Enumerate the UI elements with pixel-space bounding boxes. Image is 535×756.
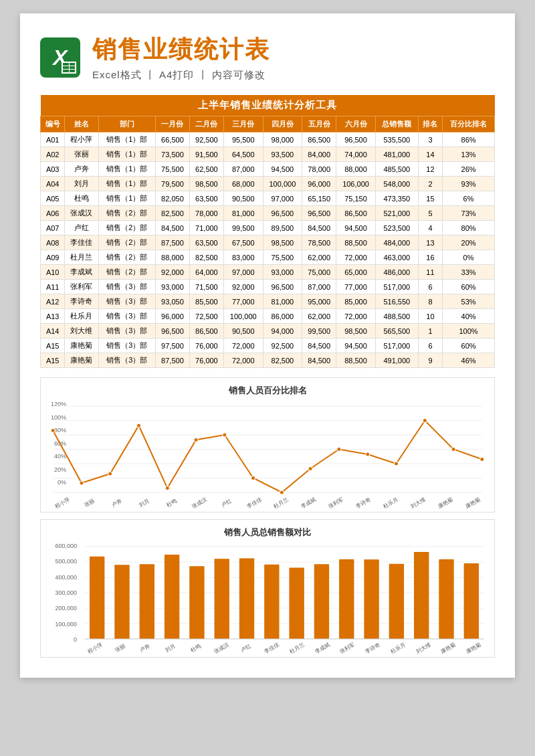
table-cell: 100,000: [223, 309, 263, 324]
table-cell: 87,500: [155, 353, 189, 368]
table-cell: 73,500: [155, 147, 189, 162]
svg-point-15: [280, 490, 284, 494]
column-header: 编号: [41, 116, 65, 132]
table-cell: 565,500: [375, 324, 418, 339]
table-cell: 4: [418, 221, 442, 235]
table-cell: 463,000: [375, 250, 418, 265]
table-cell: 473,350: [375, 191, 418, 206]
table-cell: 94,500: [336, 339, 376, 353]
sales-table: 上半年销售业绩统计分析工具 编号姓名部门一月份二月份三月份四月份五月份六月份总销…: [40, 95, 495, 368]
table-cell: A15: [41, 339, 65, 353]
table-cell: 87,000: [223, 162, 263, 177]
line-chart-title: 销售人员百分比排名: [46, 385, 489, 397]
table-cell: 李诗奇: [65, 294, 98, 309]
table-cell: 76,000: [189, 353, 223, 368]
table-cell: 66,500: [155, 132, 189, 147]
svg-point-10: [136, 423, 140, 428]
table-cell: 77,000: [336, 280, 376, 294]
header-section: 销售业绩统计表 Excel格式 丨 A4打印 丨 内容可修改: [40, 27, 495, 88]
table-row: A02张丽销售（1）部73,50091,50064,50093,50084,00…: [41, 147, 495, 162]
table-cell: 85,500: [189, 294, 223, 309]
svg-rect-41: [364, 559, 379, 639]
table-cell: A15: [41, 353, 65, 368]
main-page: 销售业绩统计表 Excel格式 丨 A4打印 丨 内容可修改 上半年销售业绩统计…: [20, 13, 515, 678]
table-cell: 488,500: [375, 309, 418, 324]
table-cell: 90,500: [223, 324, 263, 339]
table-cell: 72,000: [336, 250, 376, 265]
table-cell: A11: [41, 280, 65, 294]
table-cell: 84,000: [302, 147, 336, 162]
subtitle: Excel格式 丨 A4打印 丨 内容可修改: [92, 69, 270, 82]
table-row: A04刘月销售（1）部79,50098,50068,000100,00096,0…: [41, 177, 495, 191]
table-cell: 95,500: [223, 132, 263, 147]
table-cell: 53%: [443, 294, 495, 309]
column-header: 部门: [98, 116, 155, 132]
bar-chart-section: 销售人员总销售额对比 600,000 500,000 400,000 300,0…: [40, 519, 495, 658]
table-cell: 销售（2）部: [98, 221, 155, 235]
table-cell: 14: [418, 147, 442, 162]
table-cell: 93,050: [155, 294, 189, 309]
table-cell: 6: [418, 280, 442, 294]
table-cell: A02: [41, 147, 65, 162]
table-cell: 91,500: [189, 147, 223, 162]
table-row: A15康艳菊销售（3）部97,50076,00072,00092,50084,5…: [41, 339, 495, 353]
table-cell: 96,000: [155, 309, 189, 324]
table-cell: 88,000: [155, 250, 189, 265]
table-cell: 491,000: [375, 353, 418, 368]
table-cell: 96,500: [155, 324, 189, 339]
svg-point-22: [480, 458, 484, 462]
table-cell: 5: [418, 206, 442, 221]
table-cell: 96,000: [302, 177, 336, 191]
column-header: 二月份: [189, 116, 223, 132]
table-cell: 2: [418, 177, 442, 191]
table-cell: 99,500: [302, 324, 336, 339]
table-cell: 94,500: [336, 221, 376, 235]
table-cell: 75,500: [155, 162, 189, 177]
table-cell: 548,000: [375, 177, 418, 191]
table-cell: 86,000: [263, 309, 302, 324]
table-row: A14刘大维销售（3）部96,50086,50090,50094,00099,5…: [41, 324, 495, 339]
title-block: 销售业绩统计表 Excel格式 丨 A4打印 丨 内容可修改: [92, 33, 270, 82]
table-cell: 64,500: [223, 147, 263, 162]
svg-point-7: [51, 429, 55, 433]
table-cell: 94,000: [263, 324, 302, 339]
svg-rect-34: [189, 566, 204, 639]
table-cell: 523,500: [375, 221, 418, 235]
table-cell: 486,000: [375, 265, 418, 280]
table-cell: 杜月兰: [65, 250, 98, 265]
table-cell: 72,000: [223, 339, 263, 353]
table-cell: A13: [41, 309, 65, 324]
svg-point-8: [80, 481, 84, 485]
svg-point-17: [337, 448, 341, 452]
table-cell: 485,500: [375, 162, 418, 177]
table-cell: 92,500: [189, 132, 223, 147]
table-cell: 82,500: [189, 250, 223, 265]
table-cell: 40%: [443, 309, 495, 324]
table-cell: 84,500: [155, 221, 189, 235]
table-cell: 63,500: [189, 235, 223, 250]
table-cell: 87,500: [155, 235, 189, 250]
table-cell: 68,000: [223, 177, 263, 191]
table-body: A01程小萍销售（1）部66,50092,50095,50098,00086,5…: [41, 132, 495, 368]
table-cell: 86,500: [336, 206, 376, 221]
table-cell: 杜鸣: [65, 191, 98, 206]
table-cell: 92,000: [223, 280, 263, 294]
table-cell: 78,000: [302, 162, 336, 177]
svg-rect-36: [239, 559, 254, 639]
table-cell: 83,000: [223, 250, 263, 265]
excel-grid-icon: [62, 62, 76, 74]
table-cell: 88,000: [336, 162, 376, 177]
table-cell: A05: [41, 191, 65, 206]
table-cell: 16: [418, 250, 442, 265]
table-cell: A12: [41, 294, 65, 309]
table-cell: 94,500: [263, 162, 302, 177]
table-cell: 87,000: [302, 280, 336, 294]
table-cell: 62,000: [302, 309, 336, 324]
table-cell: 75,000: [302, 265, 336, 280]
table-main-title-row: 上半年销售业绩统计分析工具: [41, 95, 495, 116]
svg-rect-44: [439, 559, 453, 639]
table-cell: 8: [418, 294, 442, 309]
column-header: 五月份: [302, 116, 336, 132]
table-cell: 销售（1）部: [98, 162, 155, 177]
table-cell: 82,050: [155, 191, 189, 206]
